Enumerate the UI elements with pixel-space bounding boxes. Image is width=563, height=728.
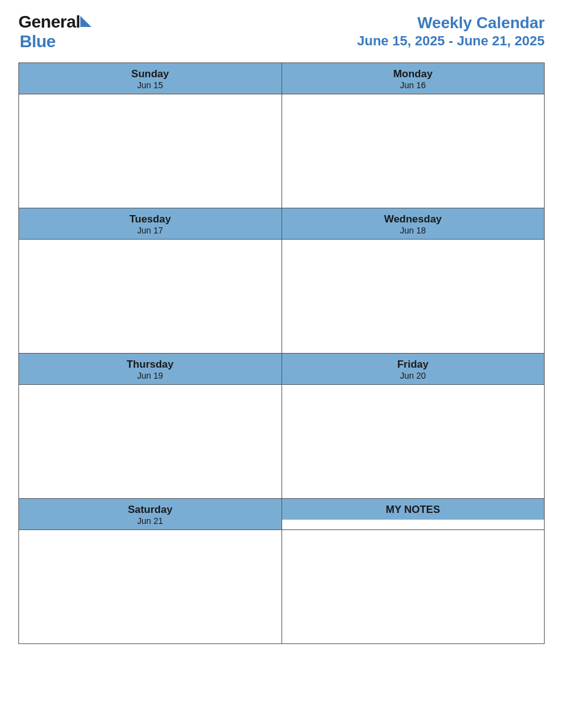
monday-body-cell	[282, 94, 545, 208]
saturday-header: Saturday Jun 21	[19, 499, 282, 529]
row-tuesday-wednesday-header: Tuesday Jun 17 Wednesday Jun 18	[19, 208, 544, 240]
monday-date: Jun 16	[285, 80, 542, 90]
monday-body[interactable]	[282, 94, 545, 208]
saturday-body[interactable]	[19, 530, 282, 643]
saturday-body-cell	[19, 530, 282, 643]
tuesday-header: Tuesday Jun 17	[19, 208, 282, 239]
cell-notes-header: MY NOTES	[282, 499, 545, 529]
friday-date: Jun 20	[285, 371, 542, 381]
sunday-date: Jun 15	[21, 80, 279, 90]
row-sunday-monday-body	[19, 94, 544, 208]
notes-body-cell	[282, 530, 545, 643]
cell-monday: Monday Jun 16	[282, 63, 545, 94]
notes-body[interactable]	[282, 530, 545, 643]
row-thursday-friday-header: Thursday Jun 19 Friday Jun 20	[19, 354, 544, 385]
wednesday-name: Wednesday	[285, 213, 542, 226]
row-thursday-friday-body	[19, 385, 544, 499]
tuesday-body[interactable]	[19, 240, 282, 353]
wednesday-date: Jun 18	[285, 226, 542, 235]
page-header: General Blue Weekly Calendar June 15, 20…	[18, 12, 545, 51]
friday-header: Friday Jun 20	[282, 354, 545, 384]
monday-header: Monday Jun 16	[282, 63, 545, 94]
logo-triangle-icon	[80, 16, 91, 27]
wednesday-header: Wednesday Jun 18	[282, 208, 545, 239]
tuesday-name: Tuesday	[21, 213, 279, 226]
wednesday-body[interactable]	[282, 240, 545, 353]
cell-saturday: Saturday Jun 21	[19, 499, 282, 529]
cell-friday: Friday Jun 20	[282, 354, 545, 384]
thursday-header: Thursday Jun 19	[19, 354, 282, 384]
thursday-date: Jun 19	[21, 371, 279, 381]
friday-body[interactable]	[282, 385, 545, 498]
notes-header: MY NOTES	[282, 499, 545, 520]
wednesday-body-cell	[282, 240, 545, 353]
cell-tuesday: Tuesday Jun 17	[19, 208, 282, 239]
notes-title: MY NOTES	[386, 504, 440, 515]
cell-wednesday: Wednesday Jun 18	[282, 208, 545, 239]
calendar-title: Weekly Calendar	[357, 13, 545, 32]
saturday-date: Jun 21	[21, 516, 279, 526]
calendar-grid: Sunday Jun 15 Monday Jun 16 Tuesday Jun …	[18, 63, 545, 644]
thursday-name: Thursday	[21, 358, 279, 371]
thursday-body-cell	[19, 385, 282, 498]
monday-name: Monday	[285, 68, 542, 80]
logo-text-general: General	[18, 12, 80, 32]
logo: General Blue	[18, 12, 91, 51]
tuesday-date: Jun 17	[21, 226, 279, 235]
row-tuesday-wednesday-body	[19, 240, 544, 354]
sunday-header: Sunday Jun 15	[19, 63, 282, 94]
thursday-body[interactable]	[19, 385, 282, 498]
friday-name: Friday	[285, 358, 542, 371]
calendar-subtitle: June 15, 2025 - June 21, 2025	[357, 32, 545, 50]
saturday-name: Saturday	[21, 504, 279, 516]
sunday-body[interactable]	[19, 94, 282, 208]
cell-sunday: Sunday Jun 15	[19, 63, 282, 94]
row-saturday-notes-body	[19, 530, 544, 643]
tuesday-body-cell	[19, 240, 282, 353]
logo-text-blue: Blue	[20, 32, 56, 51]
calendar-title-block: Weekly Calendar June 15, 2025 - June 21,…	[357, 13, 545, 50]
sunday-body-cell	[19, 94, 282, 208]
friday-body-cell	[282, 385, 545, 498]
row-saturday-notes-header: Saturday Jun 21 MY NOTES	[19, 499, 544, 530]
cell-thursday: Thursday Jun 19	[19, 354, 282, 384]
sunday-name: Sunday	[21, 68, 279, 80]
row-sunday-monday-header: Sunday Jun 15 Monday Jun 16	[19, 63, 544, 94]
